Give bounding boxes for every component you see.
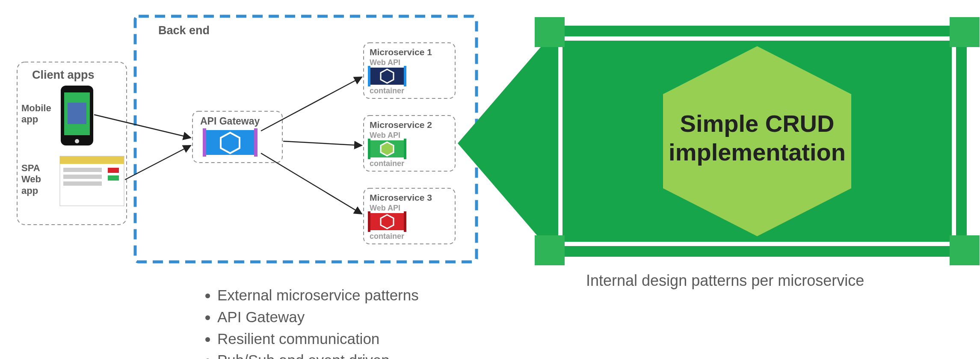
- ms2-api: Web API: [370, 131, 400, 140]
- ms3-api: Web API: [370, 204, 400, 213]
- svg-rect-12: [203, 128, 206, 157]
- arrow-mobile-gateway: [94, 115, 191, 138]
- svg-rect-21: [404, 139, 406, 159]
- client-apps-title: Client apps: [32, 68, 95, 82]
- svg-rect-27: [535, 17, 565, 47]
- svg-rect-13: [254, 128, 258, 157]
- svg-rect-6: [63, 168, 102, 172]
- bullet-1: External microservice patterns: [217, 285, 419, 306]
- svg-rect-23: [370, 213, 405, 230]
- svg-rect-24: [368, 211, 370, 232]
- ms2-title: Microservice 2: [370, 120, 432, 130]
- api-gateway-icon: [203, 128, 258, 157]
- ms3-container: container: [370, 232, 404, 241]
- ms1-container: container: [370, 86, 404, 95]
- arrow-gw-ms2: [283, 141, 362, 145]
- api-gateway-label: API Gateway: [200, 116, 260, 127]
- svg-rect-2: [68, 103, 86, 124]
- bullet-3: Resilient communication: [217, 328, 419, 350]
- crud-line2: implementation: [669, 139, 846, 166]
- ms1-icon: [368, 66, 406, 86]
- svg-point-3: [75, 139, 79, 143]
- mobile-app-icon: [61, 86, 93, 145]
- bullet-4: Pub/Sub and event driven: [217, 350, 419, 359]
- crud-line1: Simple CRUD: [680, 110, 835, 137]
- svg-rect-15: [370, 68, 405, 85]
- mobile-app-label: Mobile app: [21, 103, 56, 125]
- svg-rect-29: [950, 17, 980, 47]
- ms3-title: Microservice 3: [370, 193, 432, 203]
- svg-rect-9: [108, 168, 119, 173]
- svg-rect-11: [204, 130, 256, 155]
- callout-arrowhead: [458, 34, 552, 252]
- svg-marker-22: [381, 142, 394, 156]
- svg-rect-8: [63, 181, 102, 186]
- bullet-2: API Gateway: [217, 306, 419, 328]
- svg-rect-28: [535, 235, 565, 265]
- arrow-gw-ms1: [261, 77, 362, 131]
- arrow-gw-ms3: [261, 153, 362, 214]
- spa-app-label: SPA Web app: [21, 163, 51, 196]
- svg-rect-5: [60, 156, 124, 164]
- ms2-container: container: [370, 159, 404, 168]
- svg-rect-25: [404, 211, 406, 232]
- diagram-canvas: [0, 0, 980, 359]
- crud-title: Simple CRUD implementation: [667, 109, 847, 166]
- bullet-list: External microservice patterns API Gatew…: [185, 285, 419, 359]
- ms3-icon: [368, 211, 406, 232]
- svg-rect-20: [368, 139, 370, 159]
- backend-title: Back end: [158, 24, 210, 37]
- svg-rect-7: [63, 175, 102, 179]
- spa-app-icon: [60, 156, 124, 206]
- svg-rect-10: [108, 175, 119, 181]
- ms2-icon: [368, 139, 406, 159]
- ms1-title: Microservice 1: [370, 47, 432, 57]
- callout-caption: Internal design patterns per microservic…: [586, 272, 864, 290]
- svg-rect-17: [404, 66, 406, 86]
- svg-rect-16: [368, 66, 370, 86]
- svg-rect-30: [950, 235, 980, 265]
- ms1-api: Web API: [370, 58, 400, 67]
